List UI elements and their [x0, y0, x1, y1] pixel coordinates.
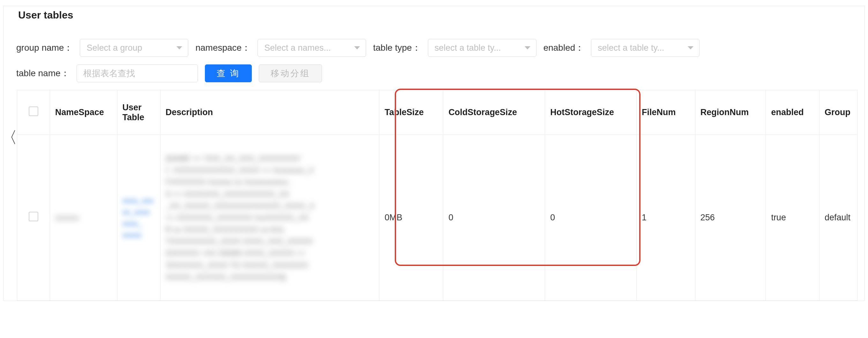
- cell-region-num: 256: [695, 135, 766, 301]
- chevron-down-icon: [688, 46, 693, 49]
- collapse-panel-handle[interactable]: 〈: [1, 130, 17, 145]
- search-button[interactable]: 查 询: [205, 64, 252, 82]
- group-name-select[interactable]: Select a group: [80, 39, 188, 57]
- cell-cold-storage-size: 0: [443, 135, 545, 301]
- col-namespace: NameSpace: [50, 90, 117, 135]
- chevron-down-icon: [525, 46, 530, 49]
- col-table-size: TableSize: [379, 90, 443, 135]
- chevron-down-icon: [354, 46, 360, 49]
- enabled-select-placeholder: select a table ty...: [598, 43, 664, 53]
- chevron-down-icon: [177, 46, 182, 49]
- page-title: User tables: [3, 6, 865, 31]
- cell-table-size: 0MB: [379, 135, 443, 301]
- cell-file-num: 1: [636, 135, 695, 301]
- cell-namespace-redacted: xxxxxx: [55, 213, 112, 222]
- table-name-input[interactable]: [76, 64, 198, 82]
- user-tables-grid: NameSpace User Table Description TableSi…: [17, 90, 858, 301]
- col-description: Description: [160, 90, 379, 135]
- table-type-select-placeholder: select a table ty...: [435, 43, 501, 53]
- col-group: Group: [819, 90, 857, 135]
- move-group-button[interactable]: 移动分组: [259, 64, 322, 82]
- table-type-label: table type：: [373, 42, 421, 54]
- cell-hot-storage-size: 0: [545, 135, 637, 301]
- namespace-label: namespace：: [195, 42, 250, 54]
- group-name-label: group name：: [16, 42, 73, 54]
- col-file-num: FileNum: [636, 90, 695, 135]
- table-name-label: table name：: [16, 67, 69, 79]
- namespace-select[interactable]: Select a names...: [257, 39, 366, 57]
- filter-bar-row2: table name： 查 询 移动分组: [3, 61, 865, 90]
- table-header-row: NameSpace User Table Description TableSi…: [17, 90, 858, 135]
- enabled-select[interactable]: select a table ty...: [591, 39, 700, 57]
- col-user-table: User Table: [117, 90, 160, 135]
- filter-bar: group name： Select a group namespace： Se…: [3, 31, 865, 61]
- col-hot-storage-size: HotStorageSize: [545, 90, 637, 135]
- cell-user-table-redacted[interactable]: xxxx_xxx xx_xxxx xxxx_ xxxxx: [123, 195, 155, 241]
- cell-group: default: [819, 135, 857, 301]
- table-row: xxxxxx xxxx_xxx xx_xxxx xxxx_ xxxxx {NAM…: [17, 135, 858, 301]
- cell-enabled: true: [766, 135, 819, 301]
- row-checkbox[interactable]: [29, 212, 38, 221]
- cell-description-redacted: {NAME => 'XXX_XX_XXX_XXXXXXXX' I', XXXXX…: [166, 150, 374, 285]
- col-cold-storage-size: ColdStorageSize: [443, 90, 545, 135]
- select-all-checkbox[interactable]: [29, 106, 38, 116]
- col-enabled: enabled: [766, 90, 819, 135]
- enabled-label: enabled：: [544, 42, 584, 54]
- namespace-select-placeholder: Select a names...: [264, 43, 331, 53]
- table-type-select[interactable]: select a table ty...: [428, 39, 536, 57]
- col-region-num: RegionNum: [695, 90, 766, 135]
- group-name-select-placeholder: Select a group: [87, 43, 142, 53]
